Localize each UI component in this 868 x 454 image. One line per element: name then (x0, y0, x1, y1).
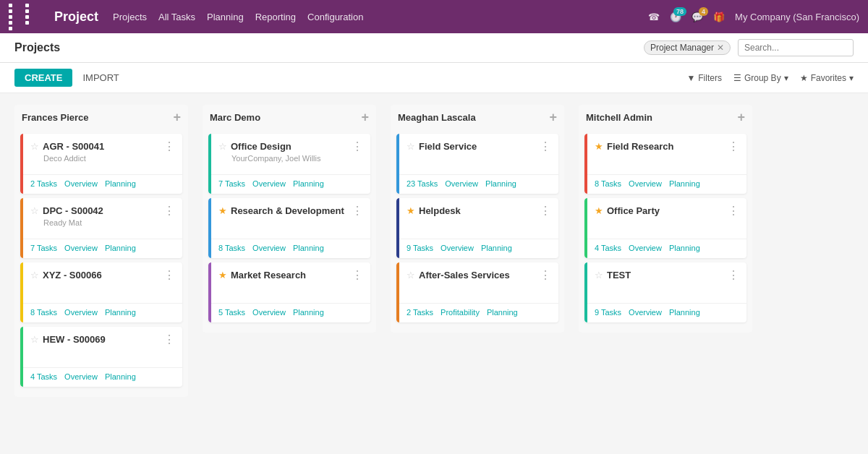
col-header-meaghan: Meaghan Lascala + (391, 105, 564, 129)
col-add-button[interactable]: + (549, 111, 557, 124)
card-menu-button[interactable]: ⋮ (728, 270, 739, 281)
card-link-planning[interactable]: Planning (293, 244, 324, 252)
card-tasks-count[interactable]: 9 Tasks (407, 244, 433, 252)
card-link-profitability[interactable]: Profitability (441, 308, 480, 317)
nav-projects[interactable]: Projects (113, 12, 147, 22)
card-tasks-count[interactable]: 4 Tasks (30, 372, 57, 381)
msg-count: 4 (699, 7, 708, 16)
card-link-planning[interactable]: Planning (293, 308, 324, 317)
card-link-overview[interactable]: Overview (252, 244, 286, 252)
card-link-planning[interactable]: Planning (485, 179, 516, 188)
card-title-row: ★ Research & Development (218, 205, 344, 216)
col-add-button[interactable]: + (737, 111, 745, 124)
card-link-overview[interactable]: Overview (64, 308, 98, 317)
card-link-overview[interactable]: Overview (629, 244, 662, 252)
card-link-planning[interactable]: Planning (669, 244, 700, 252)
card-menu-button[interactable]: ⋮ (728, 141, 739, 153)
card-title: HEW - S00069 (43, 334, 106, 345)
col-add-button[interactable]: + (361, 111, 369, 124)
nav-all-tasks[interactable]: All Tasks (158, 12, 195, 22)
card-menu-button[interactable]: ⋮ (352, 205, 363, 217)
card-menu-button[interactable]: ⋮ (540, 141, 551, 153)
card-link-overview[interactable]: Overview (64, 179, 98, 188)
search-input[interactable] (738, 39, 854, 56)
card-link-planning[interactable]: Planning (105, 372, 136, 381)
star-toggle[interactable]: ☆ (30, 205, 39, 216)
card-menu-button[interactable]: ⋮ (163, 334, 175, 346)
import-button[interactable]: IMPORT (82, 72, 119, 83)
phone-icon[interactable]: ☎ (648, 12, 660, 22)
filters-button[interactable]: ▼ Filters (686, 73, 722, 83)
card-menu-button[interactable]: ⋮ (540, 270, 551, 281)
card-tasks-count[interactable]: 4 Tasks (595, 244, 621, 252)
card-link-planning[interactable]: Planning (105, 244, 136, 252)
nav-configuration[interactable]: Configuration (307, 12, 363, 22)
card-tasks-count[interactable]: 8 Tasks (30, 308, 57, 317)
card-link-planning[interactable]: Planning (481, 244, 512, 252)
card-link-planning[interactable]: Planning (105, 179, 136, 188)
card-title: Field Research (607, 141, 674, 152)
card-link-planning[interactable]: Planning (669, 179, 700, 188)
card-title-row: ☆ HEW - S00069 (30, 334, 106, 345)
nav-reporting[interactable]: Reporting (255, 12, 296, 22)
card-tasks-count[interactable]: 9 Tasks (595, 308, 621, 317)
card-tasks-count[interactable]: 5 Tasks (218, 308, 245, 317)
col-add-button[interactable]: + (173, 111, 181, 124)
card-link-overview[interactable]: Overview (629, 179, 662, 188)
card-tasks-count[interactable]: 2 Tasks (407, 308, 433, 317)
star-toggle[interactable]: ★ (595, 205, 603, 216)
card-menu-button[interactable]: ⋮ (728, 205, 739, 217)
card-menu-button[interactable]: ⋮ (540, 205, 551, 217)
remove-filter-tag[interactable]: ✕ (717, 43, 724, 53)
star-toggle[interactable]: ☆ (30, 270, 39, 280)
star-toggle[interactable]: ☆ (407, 141, 415, 152)
clock-badge-icon[interactable]: 🕐78 (670, 12, 681, 22)
group-by-button[interactable]: ☰ Group By ▾ (733, 73, 788, 83)
star-toggle[interactable]: ☆ (595, 270, 603, 280)
card-footer: 4 TasksOverviewPlanning (20, 367, 182, 387)
card-tasks-count[interactable]: 2 Tasks (30, 179, 57, 188)
card-menu-button[interactable]: ⋮ (163, 205, 175, 217)
card-tasks-count[interactable]: 7 Tasks (218, 179, 245, 188)
card-link-planning[interactable]: Planning (293, 179, 324, 188)
star-toggle[interactable]: ☆ (30, 334, 39, 345)
star-toggle[interactable]: ☆ (218, 141, 227, 152)
star-toggle[interactable]: ☆ (30, 141, 39, 152)
favorites-button[interactable]: ★ Favorites ▾ (800, 73, 854, 83)
group-icon: ☰ (733, 73, 741, 83)
card-title-row: ☆ Field Service (407, 141, 477, 152)
star-toggle[interactable]: ★ (407, 205, 415, 216)
card-menu-button[interactable]: ⋮ (163, 141, 175, 153)
apps-icon[interactable] (9, 4, 40, 30)
card-menu-button[interactable]: ⋮ (352, 270, 363, 281)
card-link-overview[interactable]: Overview (64, 244, 98, 252)
card-link-overview[interactable]: Overview (441, 244, 474, 252)
card-menu-button[interactable]: ⋮ (352, 141, 363, 153)
card-subtitle: Deco Addict (43, 154, 175, 163)
star-toggle[interactable]: ★ (218, 205, 227, 216)
card-link-overview[interactable]: Overview (252, 308, 286, 317)
card-tasks-count[interactable]: 8 Tasks (595, 179, 621, 188)
nav-planning[interactable]: Planning (207, 12, 244, 22)
card-link-planning[interactable]: Planning (669, 308, 700, 317)
star-toggle[interactable]: ★ (595, 141, 603, 152)
card-tasks-count[interactable]: 23 Tasks (407, 179, 438, 188)
star-toggle[interactable]: ☆ (407, 270, 415, 280)
star-toggle[interactable]: ★ (218, 270, 227, 280)
gift-icon[interactable]: 🎁 (713, 12, 725, 22)
card-title-row: ★ Field Research (595, 141, 674, 152)
card-link-planning[interactable]: Planning (105, 308, 136, 317)
project-manager-filter-tag[interactable]: Project Manager ✕ (644, 40, 731, 55)
message-badge-icon[interactable]: 💬4 (692, 12, 703, 22)
card-link-overview[interactable]: Overview (64, 372, 98, 381)
card-link-overview[interactable]: Overview (252, 179, 286, 188)
card-link-planning[interactable]: Planning (487, 308, 518, 317)
card-title-row: ★ Market Research (218, 270, 306, 280)
create-button[interactable]: CREATE (14, 69, 72, 87)
card-tasks-count[interactable]: 8 Tasks (218, 244, 245, 252)
card-link-overview[interactable]: Overview (445, 179, 478, 188)
card-footer: 9 TasksOverviewPlanning (396, 239, 558, 258)
card-link-overview[interactable]: Overview (629, 308, 662, 317)
card-tasks-count[interactable]: 7 Tasks (30, 244, 57, 252)
card-menu-button[interactable]: ⋮ (163, 270, 175, 281)
